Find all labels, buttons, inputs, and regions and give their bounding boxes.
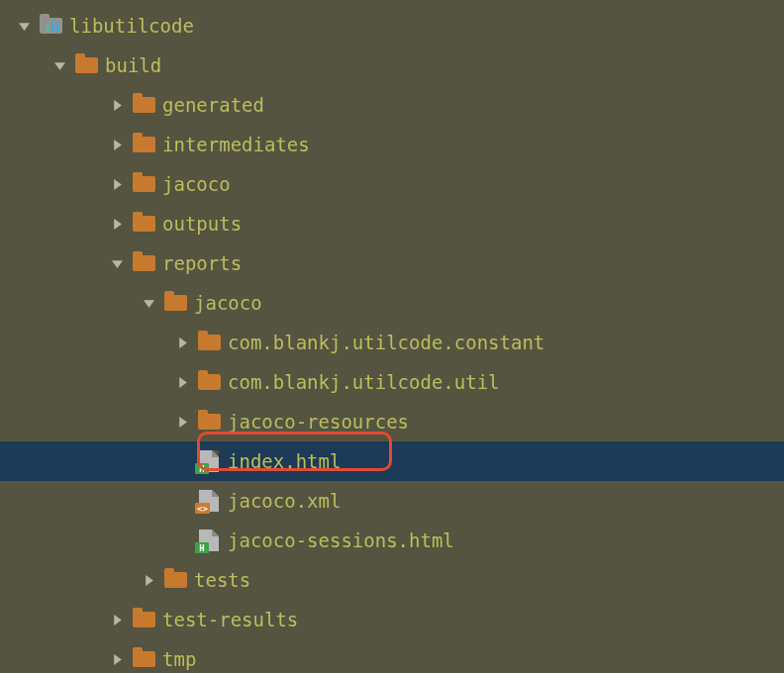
chevron-right-icon[interactable] <box>107 615 127 625</box>
tree-label: jacoco-sessions.html <box>228 531 454 550</box>
tree-row-jacoco[interactable]: jacoco <box>0 164 784 204</box>
tree-label: libutilcode <box>69 17 194 36</box>
svg-marker-9 <box>179 377 187 388</box>
folder-icon <box>162 568 188 592</box>
tree-row-jacoco-resources[interactable]: jacoco-resources <box>0 402 784 441</box>
tree-label: reports <box>162 254 242 273</box>
badge-h: H <box>195 542 209 553</box>
html-file-icon: H <box>196 449 222 473</box>
tree-row-tests[interactable]: tests <box>0 560 784 600</box>
svg-marker-2 <box>114 100 122 111</box>
project-tree: libutilcode build generated intermediate… <box>0 0 784 673</box>
tree-label: generated <box>162 96 264 115</box>
chevron-down-icon[interactable] <box>14 21 34 32</box>
tree-row-test-results[interactable]: test-results <box>0 600 784 639</box>
badge-h: H <box>195 463 209 474</box>
tree-label: index.html <box>228 452 341 471</box>
tree-label: com.blankj.utilcode.util <box>228 373 500 392</box>
tree-label: test-results <box>162 611 298 629</box>
folder-icon <box>131 133 156 156</box>
tree-row-jacoco-xml[interactable]: <> jacoco.xml <box>0 481 784 521</box>
folder-icon <box>131 251 156 275</box>
svg-marker-8 <box>179 337 187 348</box>
chevron-right-icon[interactable] <box>107 140 127 150</box>
folder-icon <box>131 93 156 117</box>
chevron-right-icon[interactable] <box>107 100 127 111</box>
chevron-right-icon[interactable] <box>107 219 127 230</box>
chevron-right-icon[interactable] <box>172 377 192 388</box>
svg-marker-6 <box>112 260 123 268</box>
tree-row-sessions-html[interactable]: H jacoco-sessions.html <box>0 521 784 560</box>
folder-icon <box>131 647 156 671</box>
svg-marker-12 <box>114 615 122 625</box>
tree-label: jacoco <box>162 175 231 194</box>
tree-row-index-html[interactable]: H index.html <box>0 441 784 481</box>
chevron-right-icon[interactable] <box>139 575 158 586</box>
html-file-icon: H <box>196 529 222 552</box>
chevron-right-icon[interactable] <box>107 179 127 190</box>
tree-label: jacoco.xml <box>228 492 341 511</box>
svg-marker-3 <box>114 140 122 150</box>
tree-row-intermediates[interactable]: intermediates <box>0 125 784 164</box>
folder-icon <box>162 291 188 315</box>
folder-icon <box>131 608 156 631</box>
xml-file-icon: <> <box>196 489 222 513</box>
chevron-down-icon[interactable] <box>139 298 158 309</box>
folder-icon <box>196 331 222 354</box>
tree-row-reports[interactable]: reports <box>0 243 784 283</box>
svg-marker-0 <box>19 23 30 31</box>
svg-marker-10 <box>179 417 187 428</box>
chevron-right-icon[interactable] <box>172 417 192 428</box>
svg-marker-4 <box>114 179 122 190</box>
tree-label: outputs <box>162 215 242 234</box>
tree-row-generated[interactable]: generated <box>0 85 784 125</box>
svg-marker-5 <box>114 219 122 230</box>
folder-icon <box>73 53 99 77</box>
module-folder-icon <box>38 14 63 38</box>
tree-label: tests <box>194 571 250 590</box>
tree-label: jacoco-resources <box>228 413 409 432</box>
tree-label: jacoco <box>194 294 262 313</box>
chevron-down-icon[interactable] <box>49 60 69 71</box>
folder-icon <box>131 212 156 236</box>
tree-row-libutilcode[interactable]: libutilcode <box>0 6 784 46</box>
tree-row-tmp[interactable]: tmp <box>0 639 784 673</box>
tree-row-constant[interactable]: com.blankj.utilcode.constant <box>0 323 784 362</box>
chevron-right-icon[interactable] <box>172 337 192 348</box>
tree-label: intermediates <box>162 136 310 154</box>
tree-row-outputs[interactable]: outputs <box>0 204 784 243</box>
tree-label: tmp <box>162 650 196 669</box>
badge-xml: <> <box>195 503 210 514</box>
tree-row-util[interactable]: com.blankj.utilcode.util <box>0 362 784 402</box>
chevron-down-icon[interactable] <box>107 258 127 269</box>
tree-label: com.blankj.utilcode.constant <box>228 334 544 352</box>
folder-icon <box>131 172 156 196</box>
tree-label: build <box>105 56 161 75</box>
folder-icon <box>196 410 222 433</box>
folder-icon <box>196 370 222 394</box>
svg-marker-7 <box>144 300 154 308</box>
tree-row-build[interactable]: build <box>0 46 784 85</box>
tree-row-reports-jacoco[interactable]: jacoco <box>0 283 784 323</box>
svg-marker-13 <box>114 654 122 665</box>
svg-marker-11 <box>146 575 153 586</box>
svg-marker-1 <box>54 62 65 70</box>
chevron-right-icon[interactable] <box>107 654 127 665</box>
